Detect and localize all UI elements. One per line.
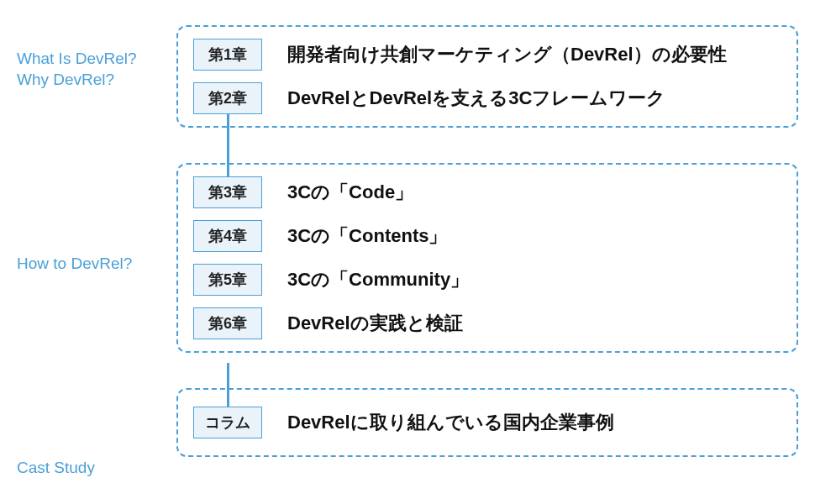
chapter-box-3: 第3章	[193, 176, 262, 208]
section-box-how: 第3章 3Cの「Code」 第4章 3Cの「Contents」 第5章 3Cの「…	[176, 163, 798, 353]
section-label-how: How to DevRel?	[17, 254, 176, 275]
chapter-box-4: 第4章	[193, 220, 262, 252]
chapter-row: 第5章 3Cの「Community」	[193, 264, 781, 296]
section-label-what-why: What Is DevRel? Why DevRel?	[17, 49, 176, 90]
column-box: コラム	[193, 407, 262, 438]
chapter-title-2: DevRelとDevRelを支える3Cフレームワーク	[287, 86, 665, 111]
column-title: DevRelに取り組んでいる国内企業事例	[287, 410, 614, 435]
chapter-row: 第3章 3Cの「Code」	[193, 176, 781, 208]
chapter-row: 第4章 3Cの「Contents」	[193, 220, 781, 252]
chapter-box-5: 第5章	[193, 264, 262, 296]
section-box-intro: 第1章 開発者向け共創マーケティング（DevRel）の必要性 第2章 DevRe…	[176, 25, 798, 128]
chapter-row: コラム DevRelに取り組んでいる国内企業事例	[193, 407, 781, 438]
chapter-title-5: 3Cの「Community」	[287, 267, 469, 292]
chapter-title-3: 3Cの「Code」	[287, 180, 413, 205]
chapter-title-4: 3Cの「Contents」	[287, 223, 447, 249]
chapter-row: 第1章 開発者向け共創マーケティング（DevRel）の必要性	[193, 39, 781, 71]
section-box-case-study: コラム DevRelに取り組んでいる国内企業事例	[176, 388, 798, 457]
chapter-box-2: 第2章	[193, 82, 262, 114]
label-line-1: What Is DevRel?	[17, 50, 137, 67]
chapter-row: 第6章 DevRelの実践と検証	[193, 307, 781, 339]
label-line-2: Why DevRel?	[17, 71, 114, 88]
chapter-title-6: DevRelの実践と検証	[287, 311, 463, 336]
chapter-box-6: 第6章	[193, 307, 262, 339]
section-label-case-study: Cast Study	[17, 458, 176, 479]
chapter-box-1: 第1章	[193, 39, 262, 71]
chapter-row: 第2章 DevRelとDevRelを支える3Cフレームワーク	[193, 82, 781, 114]
chapter-title-1: 開発者向け共創マーケティング（DevRel）の必要性	[287, 42, 727, 67]
